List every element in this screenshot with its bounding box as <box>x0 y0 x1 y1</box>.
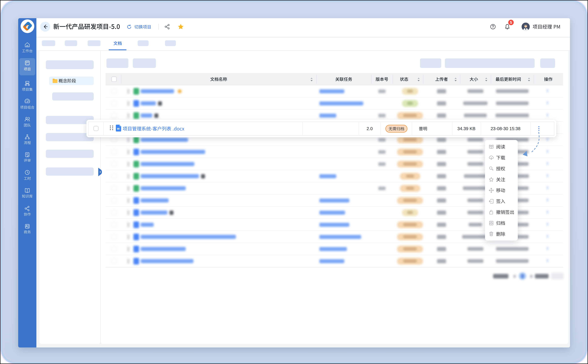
svg-text:w: w <box>117 127 120 130</box>
